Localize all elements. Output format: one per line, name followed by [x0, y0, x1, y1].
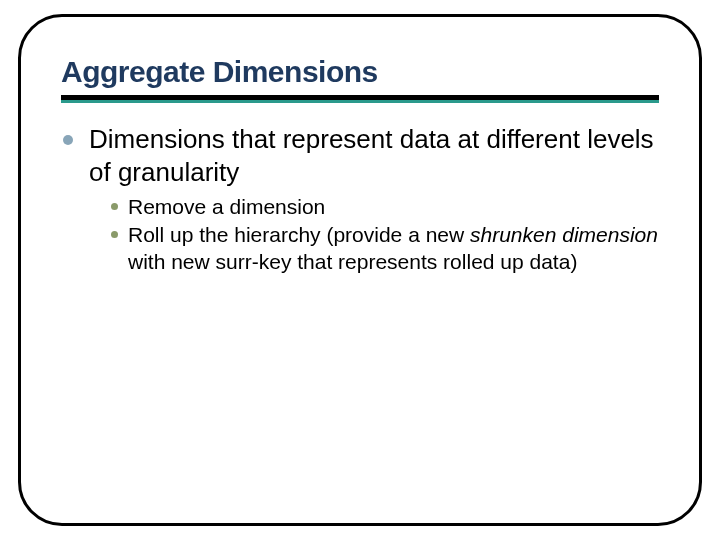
bullet-icon: [111, 231, 118, 238]
sub-b-italic: shrunken dimension: [470, 223, 658, 246]
title-underline: [61, 95, 659, 103]
list-item: Remove a dimension: [111, 194, 659, 220]
slide-title: Aggregate Dimensions: [61, 55, 659, 89]
sub-list: Remove a dimension Roll up the hierarchy…: [111, 194, 659, 275]
main-point-text: Dimensions that represent data at differ…: [89, 123, 659, 188]
list-item: Dimensions that represent data at differ…: [63, 123, 659, 188]
sub-b-post: with new surr-key that represents rolled…: [128, 250, 577, 273]
sub-point-a: Remove a dimension: [128, 194, 325, 220]
list-item: Roll up the hierarchy (provide a new shr…: [111, 222, 659, 275]
sub-b-pre: Roll up the hierarchy (provide a new: [128, 223, 470, 246]
slide-content: Dimensions that represent data at differ…: [61, 123, 659, 275]
bullet-icon: [111, 203, 118, 210]
slide-frame: Aggregate Dimensions Dimensions that rep…: [18, 14, 702, 526]
sub-point-b: Roll up the hierarchy (provide a new shr…: [128, 222, 659, 275]
bullet-icon: [63, 135, 73, 145]
